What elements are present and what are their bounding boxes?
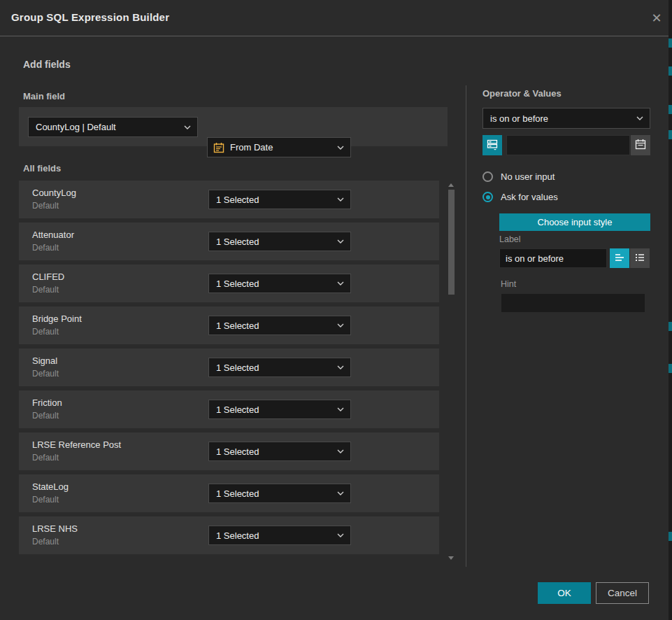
input-style-list-toggle[interactable] bbox=[630, 248, 650, 268]
field-row-sublabel: Default bbox=[32, 495, 59, 505]
field-row-sublabel: Default bbox=[32, 243, 59, 253]
field-row-name: StateLog bbox=[32, 481, 69, 492]
edge-accent bbox=[669, 322, 672, 331]
operator-dropdown-value: is on or before bbox=[490, 113, 548, 124]
field-selected-dropdown[interactable]: 1 Selected bbox=[208, 526, 351, 545]
field-row: Signal Default 1 Selected bbox=[19, 348, 439, 386]
hint-input[interactable] bbox=[501, 293, 645, 313]
field-selected-value: 1 Selected bbox=[216, 362, 259, 373]
main-date-field-value: From Date bbox=[230, 142, 273, 153]
main-layer-dropdown[interactable]: CountyLog | Default bbox=[28, 117, 198, 137]
chevron-down-icon bbox=[337, 449, 344, 453]
field-row-sublabel: Default bbox=[32, 369, 59, 379]
field-row-name: Bridge Point bbox=[32, 313, 82, 324]
field-row: CountyLog Default 1 Selected bbox=[19, 181, 439, 218]
field-row: Bridge Point Default 1 Selected bbox=[19, 307, 439, 344]
all-fields-list: CountyLog Default 1 Selected Attenuator … bbox=[19, 181, 439, 558]
scrollbar-thumb[interactable] bbox=[448, 190, 455, 295]
edge-accent bbox=[669, 364, 672, 373]
chevron-down-icon bbox=[337, 239, 344, 244]
field-row: CLIFED Default 1 Selected bbox=[19, 265, 439, 302]
background-app-edge bbox=[669, 0, 672, 620]
chevron-down-icon bbox=[337, 533, 344, 537]
main-field-label: Main field bbox=[23, 91, 65, 101]
radio-circle-icon bbox=[482, 171, 493, 182]
field-selected-value: 1 Selected bbox=[216, 195, 259, 205]
field-row-sublabel: Default bbox=[32, 327, 59, 337]
value-input-type-button[interactable] bbox=[482, 135, 502, 155]
field-row: LRSE NHS Default 1 Selected bbox=[19, 516, 439, 554]
add-fields-heading: Add fields bbox=[23, 59, 71, 70]
field-selected-dropdown[interactable]: 1 Selected bbox=[208, 484, 351, 503]
label-input[interactable] bbox=[499, 248, 607, 268]
chevron-down-icon bbox=[337, 281, 344, 286]
field-row: StateLog Default 1 Selected bbox=[19, 474, 439, 512]
field-selected-dropdown[interactable]: 1 Selected bbox=[208, 232, 351, 251]
field-selected-dropdown[interactable]: 1 Selected bbox=[208, 190, 351, 209]
align-left-icon bbox=[614, 253, 625, 265]
field-selected-dropdown[interactable]: 1 Selected bbox=[208, 316, 351, 335]
list-icon bbox=[634, 253, 645, 265]
scrollbar-down-arrow[interactable] bbox=[448, 556, 454, 560]
edge-accent bbox=[669, 130, 672, 139]
field-selected-value: 1 Selected bbox=[216, 279, 259, 289]
operator-values-heading: Operator & Values bbox=[482, 88, 562, 99]
field-row-name: CountyLog bbox=[32, 188, 76, 198]
field-row-name: CLIFED bbox=[32, 272, 64, 282]
edge-accent bbox=[669, 66, 672, 76]
hint-caption: Hint bbox=[501, 279, 516, 289]
field-selected-value: 1 Selected bbox=[216, 530, 259, 541]
chevron-down-icon bbox=[337, 323, 344, 327]
cancel-button[interactable]: Cancel bbox=[596, 582, 649, 604]
chevron-down-icon bbox=[337, 407, 344, 411]
radio-ask-for-values[interactable]: Ask for values bbox=[482, 192, 558, 202]
radio-circle-selected-icon bbox=[482, 192, 493, 202]
close-icon[interactable]: ✕ bbox=[648, 9, 666, 27]
calendar-icon bbox=[213, 142, 224, 153]
field-row-sublabel: Default bbox=[32, 411, 59, 421]
field-row-sublabel: Default bbox=[32, 537, 59, 547]
field-selected-value: 1 Selected bbox=[216, 320, 259, 331]
field-selected-value: 1 Selected bbox=[216, 404, 259, 415]
field-selected-dropdown[interactable]: 1 Selected bbox=[208, 400, 351, 419]
field-row-sublabel: Default bbox=[32, 285, 59, 295]
field-row-name: LRSE NHS bbox=[32, 523, 78, 534]
field-row: Friction Default 1 Selected bbox=[19, 390, 439, 428]
field-selected-dropdown[interactable]: 1 Selected bbox=[208, 442, 351, 461]
edge-accent bbox=[669, 105, 672, 114]
chevron-down-icon bbox=[337, 197, 344, 202]
dialog-titlebar: Group SQL Expression Builder ✕ bbox=[0, 0, 669, 36]
operator-dropdown[interactable]: is on or before bbox=[482, 108, 650, 129]
scrollbar-up-arrow[interactable] bbox=[448, 183, 454, 187]
chevron-down-icon bbox=[337, 491, 344, 495]
chevron-down-icon bbox=[337, 365, 344, 369]
edge-accent bbox=[669, 38, 672, 48]
column-divider bbox=[466, 85, 466, 567]
field-row: Attenuator Default 1 Selected bbox=[19, 223, 439, 260]
field-row-name: Attenuator bbox=[32, 230, 74, 240]
radio-no-user-input[interactable]: No user input bbox=[482, 171, 555, 182]
chevron-down-icon bbox=[636, 116, 643, 120]
field-selected-value: 1 Selected bbox=[216, 446, 259, 457]
field-selected-dropdown[interactable]: 1 Selected bbox=[208, 274, 351, 293]
edge-accent bbox=[669, 532, 672, 541]
field-row-sublabel: Default bbox=[32, 453, 59, 463]
value-date-input[interactable] bbox=[506, 135, 630, 155]
calendar-icon bbox=[635, 139, 646, 152]
field-row: LRSE Reference Post Default 1 Selected bbox=[19, 432, 439, 470]
choose-input-style-button[interactable]: Choose input style bbox=[499, 213, 650, 231]
label-caption: Label bbox=[499, 234, 521, 244]
all-fields-label: All fields bbox=[23, 163, 61, 174]
field-selected-value: 1 Selected bbox=[216, 237, 259, 247]
field-row-name: Signal bbox=[32, 355, 57, 366]
field-selected-dropdown[interactable]: 1 Selected bbox=[208, 358, 351, 377]
chevron-down-icon bbox=[184, 125, 191, 129]
main-layer-dropdown-value: CountyLog | Default bbox=[36, 122, 116, 132]
input-style-single-toggle[interactable] bbox=[610, 248, 629, 268]
dialog-title: Group SQL Expression Builder bbox=[11, 11, 169, 23]
radio-ask-for-values-label: Ask for values bbox=[501, 192, 558, 202]
date-picker-button[interactable] bbox=[631, 135, 650, 155]
field-row-sublabel: Default bbox=[32, 201, 59, 211]
main-date-field-dropdown[interactable]: From Date bbox=[207, 137, 351, 157]
ok-button[interactable]: OK bbox=[538, 582, 591, 604]
